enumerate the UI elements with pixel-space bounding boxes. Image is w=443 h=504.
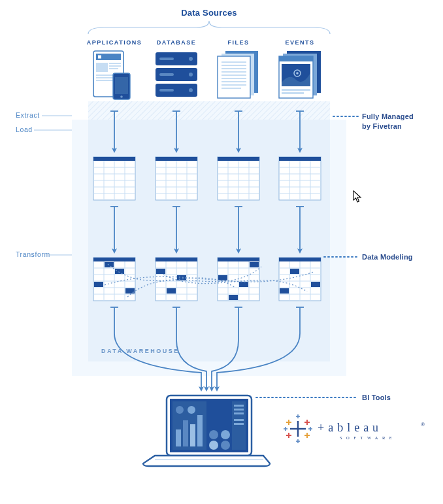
svg-rect-135 <box>279 258 321 261</box>
svg-point-42 <box>296 72 299 75</box>
label-load: Load <box>16 126 33 133</box>
label-managed-2: by Fivetran <box>362 122 402 130</box>
svg-rect-6 <box>109 63 121 64</box>
source-database-icon <box>156 52 197 97</box>
svg-rect-165 <box>234 405 244 407</box>
svg-point-19 <box>189 73 193 76</box>
svg-rect-32 <box>222 78 246 79</box>
label-extract: Extract <box>16 111 40 119</box>
svg-point-161 <box>221 430 230 439</box>
svg-point-14 <box>120 95 123 98</box>
svg-rect-117 <box>156 269 165 274</box>
svg-rect-94 <box>93 258 135 261</box>
svg-rect-80 <box>279 157 321 161</box>
svg-rect-39 <box>279 56 313 61</box>
svg-rect-23 <box>159 89 174 92</box>
brace-top <box>88 21 330 34</box>
svg-rect-108 <box>156 258 197 261</box>
svg-point-163 <box>221 441 230 450</box>
svg-rect-168 <box>234 419 244 421</box>
source-files-icon <box>218 51 258 98</box>
svg-point-22 <box>189 88 193 92</box>
svg-rect-5 <box>96 63 108 72</box>
svg-rect-70 <box>218 157 259 161</box>
svg-point-162 <box>209 441 218 450</box>
svg-rect-31 <box>222 75 246 76</box>
warehouse-inner-bg <box>88 120 330 361</box>
svg-point-16 <box>189 57 193 61</box>
svg-point-154 <box>176 406 184 414</box>
svg-rect-144 <box>290 269 299 274</box>
svg-rect-121 <box>218 258 259 261</box>
title-data-sources: Data Sources <box>181 8 237 18</box>
svg-rect-133 <box>229 295 238 300</box>
svg-rect-60 <box>156 157 197 161</box>
src-label-files: FILES <box>227 39 249 46</box>
svg-rect-158 <box>190 424 195 446</box>
src-label-database: DATABASE <box>157 39 197 46</box>
svg-text:SOFTWARE: SOFTWARE <box>340 435 396 440</box>
svg-rect-132 <box>239 282 248 287</box>
svg-rect-156 <box>176 429 181 446</box>
warehouse-label: DATA WAREHOUSE <box>101 348 180 354</box>
svg-rect-105 <box>94 282 103 287</box>
source-applications-icon <box>93 51 130 99</box>
svg-rect-33 <box>222 81 246 82</box>
svg-rect-28 <box>222 65 246 66</box>
svg-rect-30 <box>222 71 246 73</box>
svg-rect-118 <box>177 275 186 280</box>
label-bi: BI Tools <box>362 394 391 401</box>
svg-rect-157 <box>183 420 188 446</box>
svg-rect-4 <box>98 56 101 59</box>
svg-text:+ableau: +ableau <box>318 421 382 434</box>
svg-point-155 <box>188 406 195 414</box>
svg-rect-166 <box>234 409 244 411</box>
svg-rect-50 <box>93 157 135 161</box>
svg-rect-131 <box>218 275 227 280</box>
svg-rect-13 <box>115 77 128 94</box>
label-transform: Transform <box>16 250 50 258</box>
svg-rect-7 <box>109 65 121 67</box>
svg-rect-159 <box>197 415 203 446</box>
svg-rect-35 <box>222 88 241 89</box>
label-managed-1: Fully Managed <box>362 112 414 120</box>
svg-rect-146 <box>280 288 289 294</box>
svg-rect-17 <box>159 58 174 60</box>
src-label-applications: APPLICATIONS <box>87 39 142 46</box>
svg-rect-103 <box>105 262 114 267</box>
label-modeling: Data Modeling <box>362 253 413 261</box>
svg-rect-44 <box>282 92 304 94</box>
svg-rect-43 <box>282 89 310 91</box>
svg-rect-167 <box>234 412 244 414</box>
laptop-icon <box>143 395 270 466</box>
svg-rect-104 <box>115 269 124 274</box>
source-events-icon <box>279 51 321 98</box>
svg-rect-34 <box>222 84 246 86</box>
svg-rect-119 <box>167 288 176 294</box>
src-label-events: EVENTS <box>285 39 314 46</box>
svg-rect-169 <box>234 423 244 425</box>
svg-rect-145 <box>311 282 320 287</box>
tableau-logo: +ableau SOFTWARE ® <box>284 414 425 443</box>
svg-text:®: ® <box>421 422 425 428</box>
svg-point-160 <box>209 430 218 439</box>
svg-rect-20 <box>159 73 174 76</box>
svg-rect-8 <box>109 68 118 69</box>
svg-rect-27 <box>222 61 246 63</box>
svg-rect-29 <box>222 68 246 69</box>
svg-rect-130 <box>250 262 259 267</box>
